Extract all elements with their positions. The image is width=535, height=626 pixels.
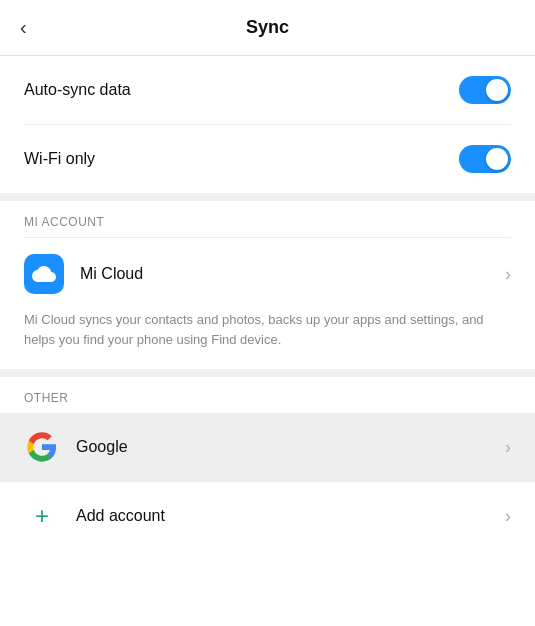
auto-sync-row[interactable]: Auto-sync data <box>0 56 535 124</box>
add-account-chevron: › <box>505 506 511 527</box>
google-label: Google <box>76 438 505 456</box>
wifi-only-toggle[interactable] <box>459 145 511 173</box>
add-account-label: Add account <box>76 507 505 525</box>
mi-cloud-row[interactable]: Mi Cloud › <box>0 238 535 310</box>
mi-cloud-label: Mi Cloud <box>80 265 505 283</box>
other-header: OTHER <box>0 377 535 413</box>
section-divider-1 <box>0 193 535 201</box>
section-divider-2 <box>0 369 535 377</box>
back-icon: ‹ <box>20 16 27 38</box>
google-row[interactable]: Google › <box>0 413 535 481</box>
auto-sync-section: Auto-sync data Wi-Fi only <box>0 56 535 193</box>
wifi-only-label: Wi-Fi only <box>24 150 95 168</box>
add-icon: + <box>24 498 60 534</box>
toggle-thumb <box>486 79 508 101</box>
toggle-thumb-2 <box>486 148 508 170</box>
mi-cloud-icon <box>24 254 64 294</box>
mi-cloud-svg <box>32 262 56 286</box>
page-title: Sync <box>52 17 483 38</box>
mi-account-header: MI ACCOUNT <box>0 201 535 237</box>
auto-sync-toggle[interactable] <box>459 76 511 104</box>
add-account-row[interactable]: + Add account › <box>0 481 535 550</box>
back-button[interactable]: ‹ <box>20 16 52 39</box>
google-chevron: › <box>505 437 511 458</box>
google-icon <box>24 429 60 465</box>
google-svg <box>26 431 58 463</box>
mi-cloud-description: Mi Cloud syncs your contacts and photos,… <box>0 310 535 369</box>
wifi-only-row[interactable]: Wi-Fi only <box>0 125 535 193</box>
other-section: OTHER Google › + Add account › <box>0 377 535 550</box>
mi-account-section: MI ACCOUNT Mi Cloud › Mi Cloud syncs you… <box>0 201 535 369</box>
mi-cloud-chevron: › <box>505 264 511 285</box>
header: ‹ Sync <box>0 0 535 56</box>
auto-sync-label: Auto-sync data <box>24 81 131 99</box>
